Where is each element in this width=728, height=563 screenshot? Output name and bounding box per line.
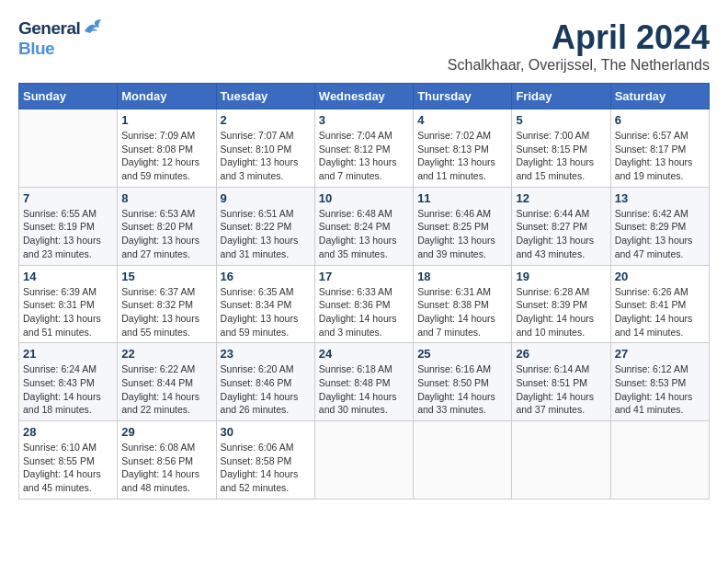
weekday-header-monday: Monday	[118, 84, 216, 109]
day-info: Sunrise: 6:55 AMSunset: 8:19 PMDaylight:…	[23, 207, 113, 261]
day-info: Sunrise: 6:12 AMSunset: 8:53 PMDaylight:…	[615, 362, 705, 417]
calendar-cell: 24Sunrise: 6:18 AMSunset: 8:48 PMDayligh…	[314, 343, 413, 421]
day-info: Sunrise: 6:35 AMSunset: 8:34 PMDaylight:…	[221, 285, 311, 339]
day-number: 5	[516, 113, 606, 127]
day-number: 12	[516, 191, 606, 205]
day-info: Sunrise: 6:28 AMSunset: 8:39 PMDaylight:…	[516, 285, 606, 339]
day-number: 11	[417, 191, 507, 205]
day-info: Sunrise: 7:00 AMSunset: 8:15 PMDaylight:…	[516, 129, 606, 183]
day-number: 28	[23, 425, 113, 439]
day-info: Sunrise: 6:44 AMSunset: 8:27 PMDaylight:…	[516, 207, 606, 261]
calendar-cell: 5Sunrise: 7:00 AMSunset: 8:15 PMDaylight…	[512, 109, 610, 188]
calendar-cell: 4Sunrise: 7:02 AMSunset: 8:13 PMDaylight…	[414, 109, 512, 188]
day-info: Sunrise: 6:53 AMSunset: 8:20 PMDaylight:…	[121, 207, 211, 261]
title-block: April 2024 Schalkhaar, Overijssel, The N…	[448, 18, 710, 74]
day-number: 16	[221, 270, 311, 283]
day-info: Sunrise: 7:07 AMSunset: 8:10 PMDaylight:…	[221, 129, 311, 183]
day-number: 29	[121, 425, 211, 439]
calendar-cell	[19, 109, 118, 188]
calendar-cell: 26Sunrise: 6:14 AMSunset: 8:51 PMDayligh…	[512, 343, 610, 421]
calendar-cell: 12Sunrise: 6:44 AMSunset: 8:27 PMDayligh…	[512, 187, 610, 265]
day-number: 17	[319, 270, 409, 283]
calendar-cell: 23Sunrise: 6:20 AMSunset: 8:46 PMDayligh…	[216, 343, 314, 421]
calendar-cell: 25Sunrise: 6:16 AMSunset: 8:50 PMDayligh…	[414, 343, 512, 421]
day-info: Sunrise: 6:14 AMSunset: 8:51 PMDaylight:…	[516, 362, 606, 417]
day-number: 27	[615, 347, 705, 361]
day-number: 30	[221, 425, 311, 439]
weekday-header-saturday: Saturday	[610, 84, 709, 109]
day-number: 10	[319, 191, 409, 205]
day-info: Sunrise: 6:20 AMSunset: 8:46 PMDaylight:…	[221, 362, 311, 417]
calendar-cell: 14Sunrise: 6:39 AMSunset: 8:31 PMDayligh…	[19, 265, 118, 343]
logo-blue: Blue	[18, 39, 54, 58]
day-number: 22	[121, 347, 211, 361]
calendar-cell: 16Sunrise: 6:35 AMSunset: 8:34 PMDayligh…	[216, 265, 314, 343]
day-info: Sunrise: 6:16 AMSunset: 8:50 PMDaylight:…	[417, 362, 507, 417]
day-info: Sunrise: 7:02 AMSunset: 8:13 PMDaylight:…	[417, 129, 507, 183]
calendar-cell: 10Sunrise: 6:48 AMSunset: 8:24 PMDayligh…	[314, 187, 413, 265]
day-info: Sunrise: 6:31 AMSunset: 8:38 PMDaylight:…	[417, 285, 507, 339]
calendar-table: SundayMondayTuesdayWednesdayThursdayFrid…	[18, 83, 710, 500]
day-number: 18	[417, 270, 507, 283]
day-number: 24	[319, 347, 409, 361]
day-info: Sunrise: 6:46 AMSunset: 8:25 PMDaylight:…	[417, 207, 507, 261]
calendar-cell: 20Sunrise: 6:26 AMSunset: 8:41 PMDayligh…	[610, 265, 709, 343]
day-number: 14	[23, 270, 113, 283]
calendar-cell: 30Sunrise: 6:06 AMSunset: 8:58 PMDayligh…	[216, 421, 314, 500]
calendar-cell	[610, 421, 709, 500]
calendar-week-3: 14Sunrise: 6:39 AMSunset: 8:31 PMDayligh…	[19, 265, 710, 343]
calendar-cell: 29Sunrise: 6:08 AMSunset: 8:56 PMDayligh…	[118, 421, 216, 500]
day-info: Sunrise: 6:37 AMSunset: 8:32 PMDaylight:…	[121, 285, 211, 339]
day-info: Sunrise: 6:48 AMSunset: 8:24 PMDaylight:…	[319, 207, 409, 261]
day-number: 6	[615, 113, 705, 127]
weekday-header-wednesday: Wednesday	[314, 84, 413, 109]
day-number: 8	[121, 191, 211, 205]
calendar-cell: 1Sunrise: 7:09 AMSunset: 8:08 PMDaylight…	[118, 109, 216, 188]
calendar-cell: 22Sunrise: 6:22 AMSunset: 8:44 PMDayligh…	[118, 343, 216, 421]
day-info: Sunrise: 6:51 AMSunset: 8:22 PMDaylight:…	[221, 207, 311, 261]
calendar-cell	[414, 421, 512, 500]
day-info: Sunrise: 6:57 AMSunset: 8:17 PMDaylight:…	[615, 129, 705, 183]
day-number: 15	[121, 270, 211, 283]
calendar-cell: 2Sunrise: 7:07 AMSunset: 8:10 PMDaylight…	[216, 109, 314, 188]
calendar-cell	[512, 421, 610, 500]
calendar-cell: 28Sunrise: 6:10 AMSunset: 8:55 PMDayligh…	[19, 421, 118, 500]
logo: General Blue	[18, 18, 103, 59]
calendar-cell: 15Sunrise: 6:37 AMSunset: 8:32 PMDayligh…	[118, 265, 216, 343]
calendar-cell: 13Sunrise: 6:42 AMSunset: 8:29 PMDayligh…	[610, 187, 709, 265]
day-number: 25	[417, 347, 507, 361]
calendar-week-2: 7Sunrise: 6:55 AMSunset: 8:19 PMDaylight…	[19, 187, 710, 265]
calendar-cell: 7Sunrise: 6:55 AMSunset: 8:19 PMDaylight…	[19, 187, 118, 265]
calendar-cell	[314, 421, 413, 500]
calendar-cell: 19Sunrise: 6:28 AMSunset: 8:39 PMDayligh…	[512, 265, 610, 343]
calendar-cell: 21Sunrise: 6:24 AMSunset: 8:43 PMDayligh…	[19, 343, 118, 421]
day-info: Sunrise: 6:33 AMSunset: 8:36 PMDaylight:…	[319, 285, 409, 339]
weekday-header-thursday: Thursday	[414, 84, 512, 109]
day-info: Sunrise: 7:09 AMSunset: 8:08 PMDaylight:…	[121, 129, 211, 183]
day-number: 4	[417, 113, 507, 127]
day-number: 21	[23, 347, 113, 361]
location-title: Schalkhaar, Overijssel, The Netherlands	[448, 57, 710, 74]
day-number: 19	[516, 270, 606, 283]
month-title: April 2024	[448, 18, 710, 57]
weekday-header-sunday: Sunday	[19, 84, 118, 109]
day-number: 1	[121, 113, 211, 127]
day-number: 9	[221, 191, 311, 205]
day-info: Sunrise: 6:10 AMSunset: 8:55 PMDaylight:…	[23, 441, 113, 495]
logo-general: General	[18, 18, 80, 39]
calendar-cell: 27Sunrise: 6:12 AMSunset: 8:53 PMDayligh…	[610, 343, 709, 421]
day-info: Sunrise: 6:08 AMSunset: 8:56 PMDaylight:…	[121, 441, 211, 495]
day-number: 7	[23, 191, 113, 205]
calendar-cell: 11Sunrise: 6:46 AMSunset: 8:25 PMDayligh…	[414, 187, 512, 265]
calendar-week-4: 21Sunrise: 6:24 AMSunset: 8:43 PMDayligh…	[19, 343, 710, 421]
calendar-cell: 3Sunrise: 7:04 AMSunset: 8:12 PMDaylight…	[314, 109, 413, 188]
day-number: 26	[516, 347, 606, 361]
day-info: Sunrise: 6:06 AMSunset: 8:58 PMDaylight:…	[221, 441, 311, 495]
day-info: Sunrise: 6:26 AMSunset: 8:41 PMDaylight:…	[615, 285, 705, 339]
day-info: Sunrise: 6:39 AMSunset: 8:31 PMDaylight:…	[23, 285, 113, 339]
calendar-week-5: 28Sunrise: 6:10 AMSunset: 8:55 PMDayligh…	[19, 421, 710, 500]
day-number: 2	[221, 113, 311, 127]
logo-bird-icon	[83, 18, 103, 35]
calendar-cell: 18Sunrise: 6:31 AMSunset: 8:38 PMDayligh…	[414, 265, 512, 343]
day-info: Sunrise: 6:24 AMSunset: 8:43 PMDaylight:…	[23, 362, 113, 417]
